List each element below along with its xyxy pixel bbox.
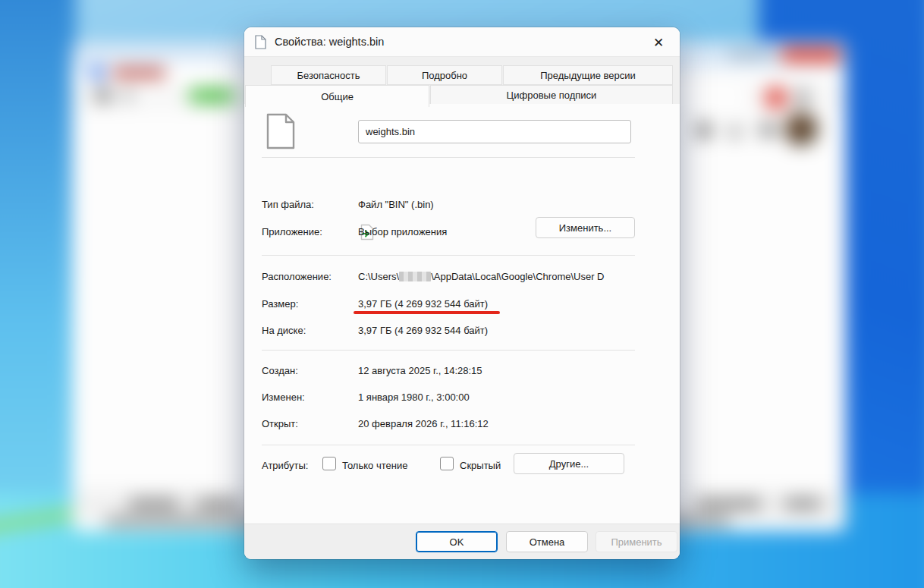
background-green-badge [188, 88, 235, 103]
dialog-titlebar: Свойства: weights.bin ✕ [244, 27, 680, 56]
background-footer-link-blob [784, 499, 821, 508]
background-header-icon [760, 123, 775, 137]
size-red-underline [354, 311, 500, 314]
tab-general-content: Тип файла: Файл "BIN" (.bin) Приложение:… [244, 104, 680, 524]
background-tab-favicon [90, 65, 105, 80]
separator [262, 157, 635, 158]
size-value: 3,97 ГБ (4 269 932 544 байт) [358, 298, 488, 310]
background-window-close-buttons [781, 47, 841, 62]
background-toolbar-icon [123, 91, 132, 100]
on-disk-label: На диске: [262, 325, 306, 336]
background-header-icon [696, 123, 712, 138]
dialog-title: Свойства: weights.bin [275, 36, 384, 48]
readonly-checkbox[interactable] [322, 457, 336, 470]
dialog-footer: OK Отмена Применить [244, 524, 680, 559]
background-toolbar-icon [97, 90, 109, 102]
properties-dialog: Свойства: weights.bin ✕ Безопасность Под… [244, 27, 680, 559]
background-record-icon [765, 86, 787, 109]
readonly-label: Только чтение [342, 460, 407, 471]
tab-general[interactable]: Общие [245, 85, 429, 107]
censored-username [399, 272, 431, 281]
location-prefix: C:\Users\ [358, 271, 399, 282]
tab-details[interactable]: Подробно [387, 65, 502, 85]
background-header-icon [730, 126, 740, 138]
location-suffix: \AppData\Local\Google\Chrome\User D [431, 271, 604, 282]
tab-strip: Безопасность Подробно Предыдущие версии … [244, 56, 680, 104]
app-label: Приложение: [262, 226, 322, 237]
other-attributes-button[interactable]: Другие... [514, 453, 624, 474]
created-label: Создан: [262, 365, 298, 376]
filename-input[interactable] [358, 120, 631, 143]
app-value: Выбор приложения [358, 226, 447, 237]
attributes-label: Атрибуты: [262, 460, 308, 471]
on-disk-value: 3,97 ГБ (4 269 932 544 байт) [358, 325, 488, 336]
file-type-value: Файл "BIN" (.bin) [358, 199, 434, 210]
file-type-label: Тип файла: [262, 199, 314, 210]
screen: Свойства: weights.bin ✕ Безопасность Под… [0, 0, 924, 588]
hidden-checkbox[interactable] [440, 457, 454, 470]
ok-button[interactable]: OK [416, 531, 498, 552]
hidden-label: Скрытый [460, 460, 501, 471]
file-icon [266, 113, 295, 149]
close-icon[interactable]: ✕ [649, 33, 668, 52]
tab-digital-signatures[interactable]: Цифровые подписи [430, 85, 673, 105]
tab-previous-versions[interactable]: Предыдущие версии [503, 65, 673, 85]
separator [262, 255, 635, 256]
change-app-button[interactable]: Изменить... [536, 217, 635, 238]
background-tab-title-blob [112, 68, 165, 77]
modified-label: Изменен: [262, 391, 305, 403]
opened-label: Открыт: [262, 418, 298, 429]
background-footer-link-blob [196, 499, 240, 508]
location-value: C:\Users\\AppData\Local\Google\Chrome\Us… [358, 271, 605, 282]
apply-button[interactable]: Применить [596, 531, 677, 552]
separator [262, 445, 635, 445]
background-footer-link-blob [129, 499, 179, 508]
cancel-button[interactable]: Отмена [506, 531, 588, 552]
modified-value: 1 января 1980 г., 3:00:00 [358, 391, 470, 403]
size-label: Размер: [262, 298, 298, 310]
separator [262, 350, 635, 351]
tab-security[interactable]: Безопасность [271, 65, 386, 85]
location-label: Расположение: [262, 271, 332, 282]
background-footer-link-blob [696, 499, 762, 508]
opened-value: 20 февраля 2026 г., 11:16:12 [358, 418, 489, 429]
created-value: 12 августа 2025 г., 14:28:15 [358, 365, 482, 376]
background-mic-icon [798, 90, 807, 105]
document-icon [255, 35, 266, 49]
background-avatar [784, 112, 818, 146]
background-window-caption-blob [728, 50, 774, 59]
